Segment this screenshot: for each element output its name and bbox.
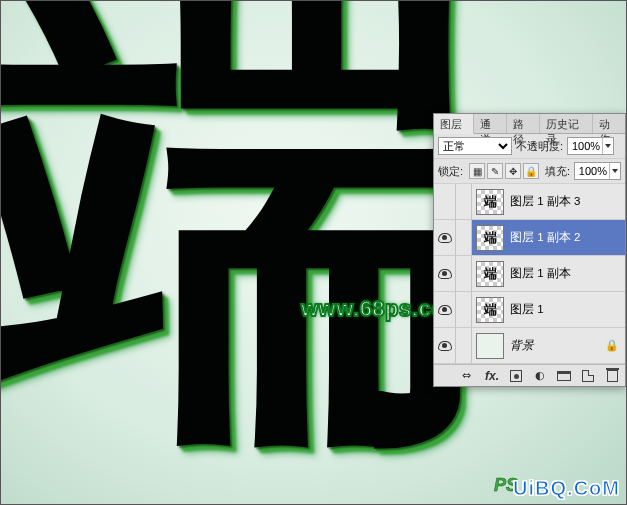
adjustment-layer-button[interactable]: ◐ [529, 367, 551, 385]
fill-label: 填充: [545, 164, 570, 179]
lock-label: 锁定: [438, 164, 463, 179]
layer-list: 端 图层 1 副本 3 端 图层 1 副本 2 端 图层 1 副本 端 图层 1… [434, 184, 625, 364]
layer-mask-button[interactable] [505, 367, 527, 385]
layer-row[interactable]: 端 图层 1 [434, 292, 625, 328]
opacity-input[interactable]: 100% [567, 137, 614, 155]
eye-icon [438, 269, 452, 279]
lock-transparent-icon[interactable]: ▦ [469, 163, 485, 179]
panel-tabs: 图层× 通道 路径 历史记录 动作 [434, 114, 625, 134]
layer-fx-button[interactable]: fx. [481, 367, 503, 385]
opacity-label: 不透明度: [516, 139, 563, 154]
layer-thumbnail[interactable]: 端 [476, 261, 504, 287]
visibility-toggle[interactable] [434, 256, 456, 291]
fx-icon: fx. [485, 369, 499, 383]
eye-icon [438, 305, 452, 315]
link-column [456, 256, 472, 291]
fill-input[interactable]: 100% [574, 162, 621, 180]
link-column [456, 292, 472, 327]
eye-icon [438, 341, 452, 351]
link-column [456, 220, 472, 255]
folder-icon [557, 371, 571, 381]
tab-channels[interactable]: 通道 [474, 114, 507, 133]
link-column [456, 184, 472, 219]
layer-thumbnail[interactable]: 端 [476, 297, 504, 323]
link-column [456, 328, 472, 363]
lock-position-icon[interactable]: ✥ [505, 163, 521, 179]
visibility-toggle[interactable] [434, 328, 456, 363]
delete-layer-button[interactable] [601, 367, 623, 385]
lock-all-icon[interactable]: 🔒 [523, 163, 539, 179]
tab-label: 图层 [440, 118, 462, 130]
visibility-toggle[interactable] [434, 220, 456, 255]
chevron-down-icon[interactable] [609, 163, 620, 179]
layer-name[interactable]: 图层 1 副本 2 [508, 230, 625, 245]
trash-icon [607, 370, 618, 382]
tab-history[interactable]: 历史记录 [540, 114, 593, 133]
lock-icon-group: ▦ ✎ ✥ 🔒 [469, 163, 539, 179]
layer-name[interactable]: 图层 1 副本 [508, 266, 625, 281]
tab-paths[interactable]: 路径 [507, 114, 540, 133]
blend-row: 正常 不透明度: 100% [434, 134, 625, 159]
layer-row[interactable]: 端 图层 1 副本 [434, 256, 625, 292]
fill-value: 100% [575, 165, 609, 177]
panel-footer: ⇔ fx. ◐ [434, 364, 625, 386]
layer-name[interactable]: 图层 1 [508, 302, 625, 317]
visibility-toggle[interactable] [434, 292, 456, 327]
layer-group-button[interactable] [553, 367, 575, 385]
layers-panel: 图层× 通道 路径 历史记录 动作 正常 不透明度: 100% 锁定: ▦ ✎ … [433, 113, 626, 387]
mask-icon [510, 370, 522, 382]
lock-icon: 🔒 [605, 339, 625, 352]
opacity-value: 100% [568, 140, 602, 152]
blend-mode-select[interactable]: 正常 [438, 137, 512, 155]
chevron-down-icon[interactable] [602, 138, 613, 154]
lock-row: 锁定: ▦ ✎ ✥ 🔒 填充: 100% [434, 159, 625, 184]
layer-row[interactable]: 端 图层 1 副本 3 [434, 184, 625, 220]
tab-layers[interactable]: 图层× [434, 114, 474, 134]
lock-image-icon[interactable]: ✎ [487, 163, 503, 179]
layer-name[interactable]: 图层 1 副本 3 [508, 194, 625, 209]
tab-actions[interactable]: 动作 [593, 114, 625, 133]
layer-row[interactable]: 端 图层 1 副本 2 [434, 220, 625, 256]
visibility-toggle[interactable] [434, 184, 456, 219]
layer-thumbnail[interactable]: 端 [476, 225, 504, 251]
text-effect-glyph: 端 [0, 0, 471, 461]
link-layers-button[interactable]: ⇔ [453, 367, 479, 385]
layer-thumbnail[interactable] [476, 333, 504, 359]
eye-icon [438, 233, 452, 243]
new-layer-button[interactable] [577, 367, 599, 385]
new-page-icon [582, 370, 594, 382]
layer-name[interactable]: 背景 [508, 338, 605, 353]
watermark-uibq: UiBQ.CoM [513, 477, 620, 500]
layer-row[interactable]: 背景 🔒 [434, 328, 625, 364]
layer-thumbnail[interactable]: 端 [476, 189, 504, 215]
